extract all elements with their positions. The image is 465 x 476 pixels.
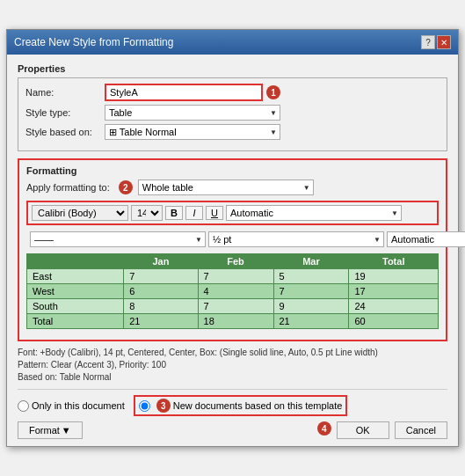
badge-2: 2 [119,180,133,194]
table-row: East77519 [27,269,439,284]
table-cell: West [27,284,124,299]
badge-1: 1 [266,85,280,99]
font-select[interactable]: Calibri (Body) [32,205,128,221]
border-color-select[interactable]: Automatic [387,231,465,247]
col-header-0 [27,254,124,269]
underline-button[interactable]: U [206,206,223,220]
toolbar-row2: —— ½ pt Automatic ⊞ ▾ ▾ [26,229,439,250]
name-label: Name: [25,87,105,98]
table-cell: 7 [273,284,349,299]
border-color-wrapper: Automatic [387,231,465,247]
col-header-feb: Feb [198,254,273,269]
info-text: Font: +Body (Calibri), 14 pt, Centered, … [18,347,447,384]
table-row: South87924 [27,299,439,314]
badge-3: 3 [156,399,171,413]
table-cell: Total [27,314,124,329]
table-cell: East [27,269,124,284]
name-row: Name: 1 [25,84,440,101]
radio-template[interactable] [139,400,150,412]
table-cell: 7 [198,269,273,284]
style-type-select-wrapper: Table [105,105,280,121]
help-button[interactable]: ? [421,35,435,49]
radio-option-1[interactable]: Only in this document [18,400,125,412]
font-size-select[interactable]: 14 [131,205,163,221]
table-row: West64717 [27,284,439,299]
cancel-button[interactable]: Cancel [395,421,447,439]
apply-row: Apply formatting to: 2 Whole table [26,179,439,195]
radio-document-label: Only in this document [32,400,125,411]
toolbar-row1: Calibri (Body) 14 B I U Automatic [26,201,439,225]
formatting-section: Formatting Apply formatting to: 2 Whole … [18,158,447,341]
table-cell: 21 [273,314,349,329]
italic-button[interactable]: I [185,206,203,220]
ok-cancel-row: 4 OK Cancel [314,421,447,439]
style-based-label: Style based on: [25,127,105,137]
button-row: Format ▼ 4 OK Cancel [18,421,447,439]
font-color-select[interactable]: Automatic [226,205,402,221]
badge-4: 4 [317,421,331,436]
radio-option-2[interactable]: 3 New documents based on this template [134,395,348,416]
table-body: East77519West64717South87924Total2118216… [27,269,439,329]
table-header-row: Jan Feb Mar Total [27,254,439,269]
style-based-select-wrapper: ⊞ Table Normal [105,124,280,140]
table-cell: 21 [124,314,198,329]
table-preview: Jan Feb Mar Total East77519West64717Sout… [26,253,439,329]
table-cell: South [27,299,124,314]
table-cell: 7 [198,299,273,314]
table-cell: 4 [198,284,273,299]
format-button[interactable]: Format ▼ [18,421,83,439]
col-header-mar: Mar [273,254,349,269]
formatting-section-label: Formatting [26,165,439,176]
border-width-wrapper: ½ pt [208,231,384,247]
font-color-wrapper: Automatic [226,205,402,221]
col-header-total: Total [349,254,439,269]
radio-template-label: New documents based on this template [173,400,343,411]
divider [18,389,447,390]
dialog-title: Create New Style from Formatting [14,36,173,48]
format-button-label: Format [29,425,60,436]
style-type-label: Style type: [25,107,105,118]
style-based-select[interactable]: ⊞ Table Normal [105,124,280,140]
table-cell: 5 [273,269,349,284]
format-button-arrow: ▼ [62,425,71,436]
table-cell: 24 [349,299,439,314]
properties-section: Name: 1 Style type: Table Style based on… [18,77,447,151]
table-cell: 19 [349,269,439,284]
dialog-body: Properties Name: 1 Style type: Table Sty… [7,55,458,446]
table-cell: 60 [349,314,439,329]
border-line-select[interactable]: —— [30,231,206,247]
style-type-select[interactable]: Table [105,105,280,121]
table-cell: 6 [124,284,198,299]
ok-button[interactable]: OK [337,421,389,439]
table-cell: 9 [273,299,349,314]
style-type-row: Style type: Table [25,105,440,121]
apply-select[interactable]: Whole table [138,179,314,195]
col-header-jan: Jan [124,254,198,269]
properties-section-label: Properties [18,63,447,74]
border-line-wrapper: —— [30,231,206,247]
radio-row: Only in this document 3 New documents ba… [18,395,447,416]
table-cell: 7 [124,269,198,284]
apply-label: Apply formatting to: [26,182,110,193]
name-input[interactable] [105,84,263,101]
apply-select-wrapper: Whole table [138,179,314,195]
radio-document[interactable] [18,400,29,412]
title-bar-buttons: ? ✕ [421,35,451,49]
title-bar: Create New Style from Formatting ? ✕ [7,30,458,55]
table-row: Total21182160 [27,314,439,329]
bold-button[interactable]: B [165,206,183,220]
dialog-window: Create New Style from Formatting ? ✕ Pro… [6,29,459,447]
table-cell: 8 [124,299,198,314]
close-button[interactable]: ✕ [437,35,451,49]
table-cell: 17 [349,284,439,299]
style-based-row: Style based on: ⊞ Table Normal [25,124,440,140]
border-width-select[interactable]: ½ pt [208,231,384,247]
table-cell: 18 [198,314,273,329]
